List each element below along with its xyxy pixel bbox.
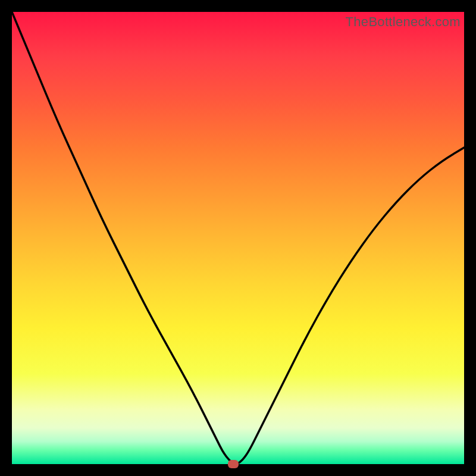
optimal-point-marker bbox=[228, 460, 239, 468]
watermark-text: TheBottleneck.com bbox=[346, 14, 461, 30]
bottleneck-curve bbox=[12, 12, 464, 464]
chart-container: TheBottleneck.com bbox=[12, 12, 464, 464]
